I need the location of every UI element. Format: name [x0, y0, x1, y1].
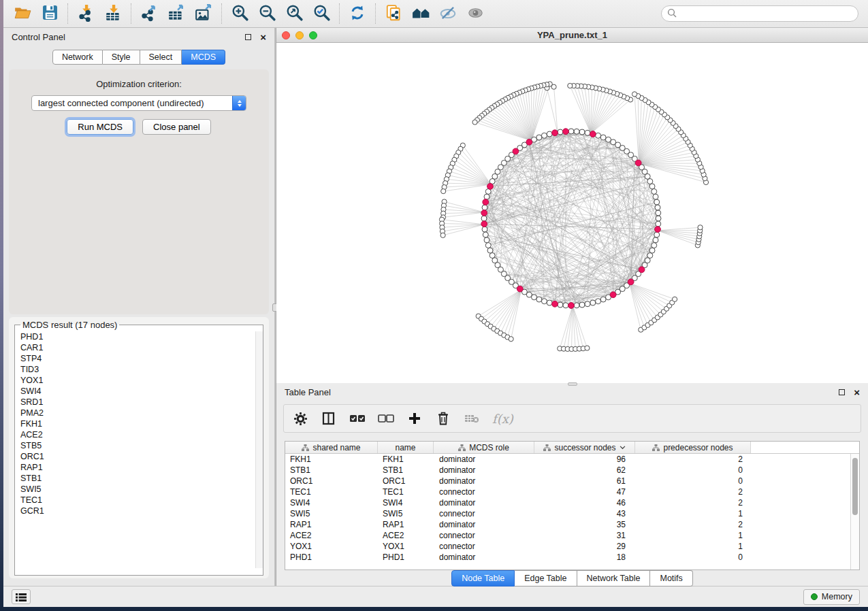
table-row[interactable]: FKH1FKH1dominator962: [285, 454, 859, 465]
close-table-panel-icon[interactable]: ×: [854, 387, 860, 397]
network-canvas[interactable]: [276, 43, 868, 383]
delete-table-icon: [464, 410, 480, 427]
column-header-predecessor-nodes[interactable]: predecessor nodes: [635, 442, 751, 453]
close-panel-button[interactable]: Close panel: [142, 119, 211, 135]
table-row[interactable]: SWI5SWI5connector431: [285, 508, 859, 519]
table-scrollbar-thumb[interactable]: [852, 458, 858, 515]
node-table: shared name name MCDS role successor nod…: [285, 441, 860, 570]
zoom-selected-button[interactable]: [308, 2, 335, 25]
network-from-selection-button[interactable]: [380, 2, 407, 25]
column-header-shared-name[interactable]: shared name: [285, 442, 378, 453]
tab-network-table[interactable]: Network Table: [577, 570, 651, 587]
mcds-result-item[interactable]: SRD1: [20, 397, 263, 408]
tab-node-table[interactable]: Node Table: [451, 570, 515, 587]
mcds-result-item[interactable]: PMA2: [20, 408, 263, 418]
close-panel-icon[interactable]: ×: [260, 32, 266, 42]
table-toolbar: f(x): [283, 404, 861, 433]
table-cell: [751, 454, 859, 465]
run-mcds-button[interactable]: Run MCDS: [67, 119, 133, 135]
mcds-result-item[interactable]: STB1: [20, 473, 263, 484]
table-cell: 1: [635, 530, 751, 541]
network-titlebar[interactable]: YPA_prune.txt_1: [276, 28, 868, 43]
show-all-button[interactable]: [462, 2, 489, 25]
float-table-panel-icon[interactable]: [839, 389, 845, 395]
table-scrollbar[interactable]: [850, 454, 859, 569]
tab-style[interactable]: Style: [103, 50, 140, 65]
table-row[interactable]: TEC1TEC1connector472: [285, 486, 859, 497]
table-row[interactable]: ACE2ACE2connector311: [285, 530, 859, 541]
mcds-result-item[interactable]: TEC1: [20, 495, 263, 506]
select-all-icon[interactable]: [349, 410, 366, 427]
table-row[interactable]: RAP1RAP1dominator352: [285, 519, 859, 530]
import-table-icon: [104, 4, 122, 24]
tab-mcds[interactable]: MCDS: [182, 50, 225, 65]
table-row[interactable]: PHD1PHD1dominator180: [285, 552, 859, 563]
mcds-result-item[interactable]: SWI5: [20, 484, 263, 495]
delete-column-icon[interactable]: [435, 410, 451, 427]
add-column-icon[interactable]: [406, 410, 423, 427]
mcds-result-item[interactable]: TID3: [20, 364, 263, 375]
mcds-result-list[interactable]: PHD1CAR1STP4TID3YOX1SWI4SRD1PMA2FKH1ACE2…: [19, 331, 263, 568]
mcds-result-item[interactable]: GCR1: [20, 506, 263, 516]
export-table-button[interactable]: [163, 2, 190, 25]
mcds-result-item[interactable]: CAR1: [20, 342, 263, 353]
table-row[interactable]: SWI4SWI4dominator462: [285, 497, 859, 508]
toolbar-separator: [221, 3, 222, 24]
mcds-list-scrollbar[interactable]: [255, 331, 263, 568]
import-network-button[interactable]: [72, 2, 99, 25]
toolbar-separator: [67, 3, 68, 24]
memory-button[interactable]: Memory: [803, 589, 860, 605]
tab-select[interactable]: Select: [140, 50, 182, 65]
column-header-successor-nodes[interactable]: successor nodes: [534, 442, 635, 453]
minimize-window-icon[interactable]: [295, 31, 304, 39]
zoom-fit-button[interactable]: [280, 2, 308, 25]
mcds-result-item[interactable]: STP4: [20, 353, 263, 364]
table-settings-gear-icon[interactable]: [292, 410, 308, 427]
first-neighbors-button[interactable]: [407, 2, 434, 25]
column-header-mcds-role[interactable]: MCDS role: [434, 442, 534, 453]
mcds-result-item[interactable]: RAP1: [20, 462, 263, 473]
table-cell: 29: [534, 541, 635, 552]
table-row[interactable]: ORC1ORC1dominator610: [285, 476, 859, 486]
open-file-button[interactable]: [9, 2, 36, 25]
zoom-out-button[interactable]: [253, 2, 280, 25]
criterion-dropdown[interactable]: largest connected component (undirected): [31, 95, 246, 111]
maximize-window-icon[interactable]: [309, 31, 317, 39]
zoom-in-button[interactable]: [226, 2, 253, 25]
mcds-result-item[interactable]: ACE2: [20, 429, 263, 440]
show-columns-icon[interactable]: [321, 410, 337, 427]
export-image-button[interactable]: [190, 2, 217, 25]
mcds-result-item[interactable]: YOX1: [20, 375, 263, 386]
hide-selected-button[interactable]: [434, 2, 462, 25]
save-session-button[interactable]: [36, 2, 63, 25]
shared-column-icon: [543, 444, 551, 451]
mcds-result-item[interactable]: PHD1: [20, 331, 263, 342]
tab-edge-table[interactable]: Edge Table: [515, 570, 577, 587]
column-header-name[interactable]: name: [378, 442, 434, 453]
apply-layout-button[interactable]: [344, 2, 371, 25]
tab-motifs[interactable]: Motifs: [650, 570, 692, 587]
table-cell: 46: [534, 497, 635, 508]
export-network-button[interactable]: [135, 2, 163, 25]
horizontal-splitter-grip[interactable]: [568, 382, 577, 386]
search-field[interactable]: [661, 5, 858, 22]
table-row[interactable]: STB1STB1dominator620: [285, 465, 859, 476]
table-cell: dominator: [434, 497, 534, 508]
float-panel-icon[interactable]: [245, 34, 251, 40]
mcds-result-item[interactable]: ORC1: [20, 451, 263, 462]
import-table-button[interactable]: [99, 2, 127, 25]
table-row[interactable]: YOX1YOX1connector291: [285, 541, 859, 552]
deselect-all-icon[interactable]: [378, 410, 394, 427]
mcds-result-item[interactable]: STB5: [20, 440, 263, 451]
close-window-icon[interactable]: [282, 31, 290, 39]
tab-network[interactable]: Network: [52, 50, 103, 65]
search-input[interactable]: [680, 9, 852, 18]
table-cell: 47: [534, 486, 635, 497]
table-cell: connector: [434, 541, 534, 552]
task-history-button[interactable]: [12, 589, 31, 604]
mcds-result-item[interactable]: FKH1: [20, 418, 263, 429]
network-graph[interactable]: [276, 43, 867, 382]
table-cell: [751, 476, 859, 486]
import-network-icon: [77, 4, 95, 24]
mcds-result-item[interactable]: SWI4: [20, 386, 263, 397]
